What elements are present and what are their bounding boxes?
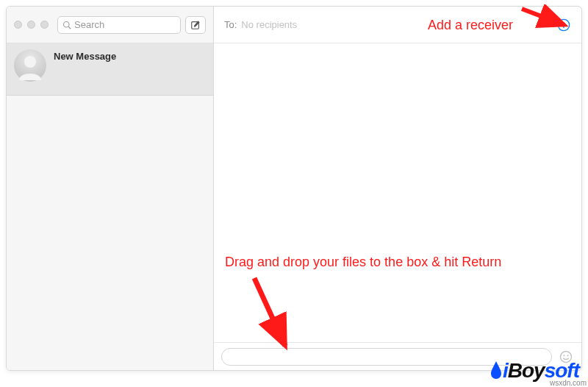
- compose-button[interactable]: [185, 16, 206, 34]
- to-recipients[interactable]: No recipients: [241, 19, 552, 30]
- svg-point-3: [24, 56, 36, 68]
- smiley-icon: [559, 349, 573, 364]
- message-input[interactable]: [221, 348, 552, 366]
- compose-icon: [190, 20, 201, 30]
- conversation-item[interactable]: New Message: [7, 43, 213, 96]
- avatar: [14, 49, 46, 82]
- sidebar: New Message: [7, 7, 214, 370]
- search-field[interactable]: [57, 16, 181, 34]
- conversation-list: New Message: [7, 43, 213, 370]
- add-recipient-button[interactable]: [556, 18, 571, 32]
- minimize-window-button[interactable]: [27, 21, 35, 29]
- svg-point-7: [561, 351, 572, 362]
- svg-line-1: [68, 26, 71, 29]
- to-label: To:: [224, 19, 237, 30]
- search-input[interactable]: [71, 18, 176, 31]
- svg-point-9: [567, 355, 569, 356]
- conversation-title: New Message: [54, 49, 116, 62]
- plus-circle-icon: [557, 18, 570, 32]
- message-area[interactable]: [214, 43, 581, 342]
- input-bar: [214, 342, 581, 370]
- svg-point-0: [64, 21, 70, 27]
- svg-point-8: [564, 355, 565, 356]
- to-bar: To: No recipients: [214, 7, 581, 43]
- person-icon: [14, 49, 46, 82]
- source-label: wsxdn.com: [548, 379, 588, 387]
- main-pane: To: No recipients: [214, 7, 581, 370]
- titlebar: [7, 7, 213, 43]
- search-icon: [62, 21, 71, 29]
- zoom-window-button[interactable]: [40, 21, 49, 29]
- close-window-button[interactable]: [14, 21, 22, 29]
- app-window: New Message To: No recipients: [6, 6, 582, 371]
- emoji-button[interactable]: [558, 349, 574, 365]
- window-controls: [14, 21, 49, 29]
